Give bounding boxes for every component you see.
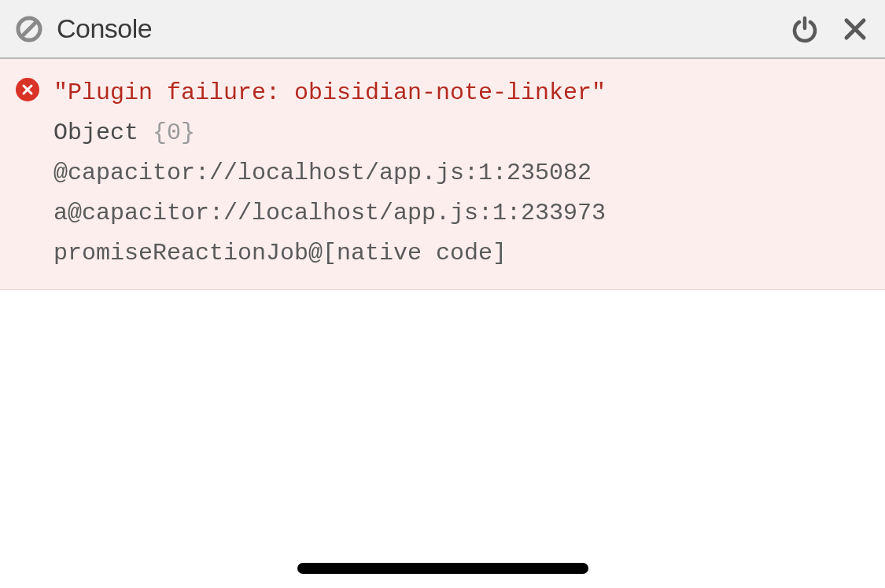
- toolbar-left: Console: [16, 13, 791, 44]
- console-error-entry[interactable]: "Plugin failure: obisidian-note-linker" …: [0, 59, 885, 290]
- console-title: Console: [57, 13, 152, 44]
- power-icon[interactable]: [791, 15, 819, 43]
- object-label: Object: [53, 119, 138, 146]
- error-message: "Plugin failure: obisidian-note-linker": [53, 73, 869, 113]
- stack-trace-line: @capacitor://localhost/app.js:1:235082: [53, 153, 869, 193]
- home-indicator[interactable]: [297, 563, 588, 574]
- clear-icon[interactable]: [16, 16, 42, 42]
- stack-trace-line: promiseReactionJob@[native code]: [53, 233, 869, 274]
- console-toolbar: Console: [0, 0, 885, 59]
- toolbar-right: [791, 15, 869, 43]
- object-count: {0}: [153, 119, 195, 146]
- error-icon: [16, 78, 39, 101]
- error-object: Object {0}: [53, 113, 869, 153]
- error-content: "Plugin failure: obisidian-note-linker" …: [53, 73, 869, 274]
- svg-line-1: [22, 21, 37, 36]
- close-icon[interactable]: [841, 15, 869, 43]
- stack-trace-line: a@capacitor://localhost/app.js:1:233973: [53, 193, 869, 233]
